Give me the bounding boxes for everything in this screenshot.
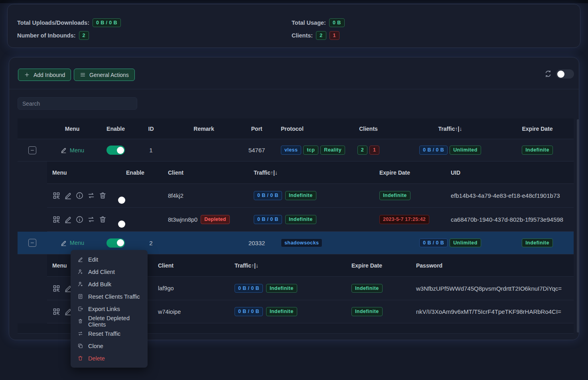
reset-traffic-icon xyxy=(77,331,83,337)
inbound-port: 54767 xyxy=(240,147,274,154)
traffic-quota-badge: Unlimited xyxy=(450,146,481,155)
header-client: Client xyxy=(148,262,222,269)
edit-pencil-icon xyxy=(60,240,67,246)
clients-active-count: 2 xyxy=(316,31,326,40)
search-input[interactable] xyxy=(18,97,137,110)
clone-icon xyxy=(77,343,83,349)
toolbar-divider xyxy=(9,89,579,89)
add-bulk-icon xyxy=(77,281,83,287)
inbound-menu-button[interactable]: Menu xyxy=(60,147,84,154)
delete-client-icon[interactable] xyxy=(99,191,107,200)
qr-code-icon[interactable] xyxy=(52,307,61,316)
inbound-port: 20332 xyxy=(240,240,274,246)
header-traffic-sort[interactable]: Traffic↑|↓ xyxy=(399,126,501,132)
client-name: 8f4kj2 xyxy=(158,193,246,199)
inbound-menu-button[interactable]: Menu xyxy=(60,240,84,246)
menu-item-add-client[interactable]: Add Client xyxy=(71,266,148,278)
header-traffic-sort[interactable]: Traffic↑|↓ xyxy=(246,169,371,176)
reset-clients-traffic-icon xyxy=(77,293,83,299)
export-links-icon xyxy=(77,306,83,312)
header-traffic-sort[interactable]: Traffic↑|↓ xyxy=(222,262,341,269)
add-client-icon xyxy=(77,269,83,275)
traffic-quota-badge: Indefinite xyxy=(266,307,297,316)
collapse-row-button[interactable] xyxy=(28,239,36,247)
info-icon[interactable] xyxy=(75,191,84,200)
header-expire-date: Expire Date xyxy=(371,169,445,176)
total-uploads-downloads-label: Total Uploads/Downloads: xyxy=(17,20,89,26)
delete-icon xyxy=(77,355,83,361)
menu-item-edit[interactable]: Edit xyxy=(71,253,148,266)
inbound-enable-toggle[interactable] xyxy=(107,146,125,155)
number-of-inbounds-label: Number of Inbounds: xyxy=(17,32,76,39)
expire-badge: Indefinite xyxy=(379,191,410,200)
dark-mode-toggle[interactable] xyxy=(556,69,574,79)
add-inbound-button[interactable]: Add Inbound xyxy=(18,69,71,81)
header-id: ID xyxy=(134,126,168,132)
edit-client-icon[interactable] xyxy=(64,191,72,200)
qr-code-icon[interactable] xyxy=(52,284,61,293)
client-row-8f4kj2: 8f4kj2 0 B / 0 B Indefinite Indefinite e… xyxy=(47,184,574,208)
protocol-badge: shadowsocks xyxy=(281,238,322,248)
general-actions-label: General Actions xyxy=(89,72,129,78)
menu-item-export-links[interactable]: Export Links xyxy=(71,303,148,315)
reset-traffic-icon[interactable] xyxy=(87,191,95,200)
header-expire-date: Expire Date xyxy=(501,126,574,132)
menu-item-delete-depleted-clients[interactable]: Delete Depleted Clients xyxy=(71,315,148,327)
client-uid: ca68470b-1940-437d-802b-1f9573e94598 xyxy=(445,216,574,223)
header-uid: UID xyxy=(445,169,574,176)
client-name: laf9go xyxy=(148,285,222,291)
expire-badge: Indefinite xyxy=(351,307,383,316)
header-clients: Clients xyxy=(337,126,399,132)
expire-badge: 2023-5-7 17:25:42 xyxy=(379,215,429,224)
traffic-badge: 0 B / 0 B xyxy=(235,284,263,293)
edit-client-icon[interactable] xyxy=(64,215,72,224)
edit-pencil-icon xyxy=(60,147,67,154)
refresh-button[interactable] xyxy=(544,70,552,78)
traffic-quota-badge: Indefinite xyxy=(285,215,316,224)
traffic-badge: 0 B / 0 B xyxy=(419,238,448,248)
collapse-row-button[interactable] xyxy=(28,146,36,154)
refresh-icon xyxy=(544,70,552,78)
expire-badge: Indefinite xyxy=(351,284,383,293)
window-top-edge xyxy=(0,0,588,3)
traffic-badge: 0 B / 0 B xyxy=(419,146,448,155)
client-password: w3NfbzUPf5WWd745Q8pvsmQrdrttT2IO6knuI7Di… xyxy=(411,285,574,292)
table-scrollbar[interactable] xyxy=(577,119,579,333)
total-usage-label: Total Usage: xyxy=(292,20,326,26)
menu-item-clone[interactable]: Clone xyxy=(71,340,148,352)
minus-icon xyxy=(30,240,35,245)
clients-depleted-badge: 1 xyxy=(369,146,379,155)
header-password: Password xyxy=(411,262,574,269)
traffic-badge: 0 B / 0 B xyxy=(254,215,282,224)
general-actions-button[interactable]: General Actions xyxy=(74,69,135,81)
client-password: nkV/I/3XoAm9v6xMT/T5IcrF4TpeTKF98rHARbRo… xyxy=(411,308,574,315)
header-enable: Enable xyxy=(120,169,158,176)
total-uploads-downloads-value: 0 B / 0 B xyxy=(93,18,121,28)
menu-item-reset-clients-traffic[interactable]: Reset Clients Traffic xyxy=(71,290,148,303)
header-protocol: Protocol xyxy=(274,126,337,132)
total-usage-value: 0 B xyxy=(329,18,345,28)
client-name: 8t3wjnn8p0 xyxy=(168,217,197,223)
edit-icon xyxy=(77,256,83,262)
number-of-inbounds-value: 2 xyxy=(79,31,89,40)
delete-client-icon[interactable] xyxy=(99,215,107,224)
inbound-id: 1 xyxy=(134,147,168,154)
client-table-vless: Menu Enable Client Traffic↑|↓ Expire Dat… xyxy=(47,161,574,232)
traffic-quota-badge: Indefinite xyxy=(266,284,297,293)
inbound-enable-toggle[interactable] xyxy=(107,238,125,248)
qr-code-icon[interactable] xyxy=(52,191,61,200)
client-name: w74ioipe xyxy=(148,309,222,315)
traffic-badge: 0 B / 0 B xyxy=(254,191,282,200)
reset-traffic-icon[interactable] xyxy=(87,215,95,224)
menu-item-add-bulk[interactable]: Add Bulk xyxy=(71,278,148,290)
client-row-8t3wjnn8p0: 8t3wjnn8p0 Depleted 0 B / 0 B Indefinite… xyxy=(47,208,574,232)
clients-ok-badge: 2 xyxy=(357,146,367,155)
protocol-badge: tcp xyxy=(303,146,318,155)
inbounds-table-header: Menu Enable ID Remark Port Protocol Clie… xyxy=(18,118,574,139)
info-icon[interactable] xyxy=(75,215,84,224)
traffic-quota-badge: Unlimited xyxy=(450,238,481,248)
menu-item-delete[interactable]: Delete xyxy=(71,352,148,364)
qr-code-icon[interactable] xyxy=(52,215,61,224)
menu-item-reset-traffic[interactable]: Reset Traffic xyxy=(71,327,148,340)
traffic-quota-badge: Indefinite xyxy=(285,191,316,200)
